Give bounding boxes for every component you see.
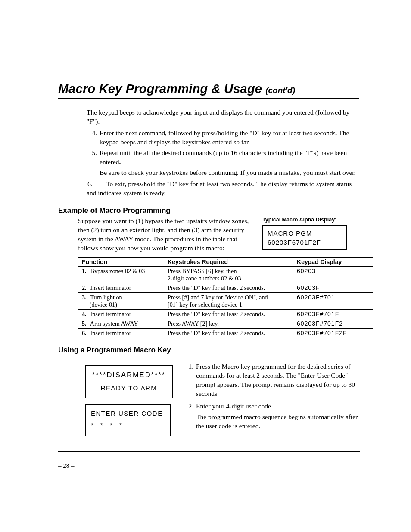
step-5-text: Repeat until the all the desired command…	[100, 149, 347, 165]
lcd-disarmed-line2: READY TO ARM	[92, 383, 166, 392]
use-step-2-text: Enter your 4-digit user code.	[196, 402, 273, 410]
use-step-1: Press the Macro key programmed for the d…	[195, 362, 359, 398]
intro-paragraph: The keypad beeps to acknowledge your inp…	[87, 108, 359, 126]
body-text: The keypad beeps to acknowledge your inp…	[87, 108, 359, 198]
table-row: 6. Insert terminator Press the "D" key f…	[78, 328, 373, 338]
lcd-disarmed: ****DISARMED**** READY TO ARM	[85, 365, 173, 398]
step-6: 6. To exit, press/hold the "D" key for a…	[87, 180, 359, 198]
table-row: 5. Arm system AWAY Press AWAY [2] key. 6…	[78, 319, 373, 328]
lcd-enter-line1: ENTER USER CODE	[91, 409, 165, 418]
footer-rule	[58, 451, 360, 452]
th-function: Function	[78, 257, 164, 266]
th-keystrokes: Keystrokes Required	[164, 257, 293, 266]
lcd-enter-code: ENTER USER CODE * * * *	[85, 404, 171, 436]
page: Macro Key Programming & Usage (cont'd) T…	[0, 0, 411, 532]
use-step-2: Enter your 4-digit user code. The progra…	[195, 402, 359, 431]
typical-display-label: Typical Macro Alpha Display:	[262, 217, 347, 223]
lcd-typical-line2: 60203F6701F2F	[268, 238, 342, 247]
step-5-dot: .	[119, 158, 121, 165]
step-6-number: 6.	[87, 180, 100, 189]
page-title: Macro Key Programming & Usage	[58, 82, 262, 96]
table-row: 4. Insert terminator Press the "D" key f…	[78, 309, 373, 319]
page-number: – 28 –	[58, 462, 75, 470]
title-block: Macro Key Programming & Usage (cont'd)	[58, 82, 359, 99]
step-5: Repeat until the all the desired command…	[99, 149, 359, 177]
step-4: Enter the next command, followed by pres…	[99, 129, 359, 147]
using-row: ****DISARMED**** READY TO ARM ENTER USER…	[78, 362, 359, 436]
table-row: 2. Insert terminator Press the "D" key f…	[78, 283, 373, 292]
page-title-cont: (cont'd)	[265, 86, 295, 95]
lcd-disarmed-line1: ****DISARMED****	[92, 370, 166, 380]
step-5-follow: Be sure to check your keystrokes before …	[100, 168, 359, 177]
table-row: 3. Turn light on (device 01) Press [#] a…	[78, 292, 373, 309]
macro-table: Function Keystrokes Required Keypad Disp…	[78, 257, 373, 338]
using-displays: ****DISARMED**** READY TO ARM ENTER USER…	[78, 362, 174, 436]
example-paragraph: Suppose you want to (1) bypass the two u…	[78, 217, 250, 253]
th-display: Keypad Display	[293, 257, 373, 266]
step-list: Enter the next command, followed by pres…	[87, 129, 359, 177]
step-6-text: To exit, press/hold the "D" key for at l…	[87, 180, 352, 196]
use-step-list: Press the Macro key programmed for the d…	[185, 362, 359, 430]
lcd-typical: MACRO PGM 60203F6701F2F	[262, 225, 347, 250]
using-heading: Using a Programmed Macro Key	[58, 346, 359, 355]
example-heading: Example of Macro Programming	[58, 206, 359, 215]
example-row: Suppose you want to (1) bypass the two u…	[78, 217, 359, 253]
example-display: Typical Macro Alpha Display: MACRO PGM 6…	[262, 217, 347, 253]
lcd-enter-line2: * * * *	[91, 420, 165, 429]
table-header-row: Function Keystrokes Required Keypad Disp…	[78, 257, 373, 266]
using-steps: Press the Macro key programmed for the d…	[185, 362, 359, 436]
lcd-typical-line1: MACRO PGM	[268, 229, 342, 238]
table-row: 1. Bypass zones 02 & 03 Press BYPASS [6]…	[78, 266, 373, 283]
use-step-2-follow: The programmed macro sequence begins aut…	[196, 413, 359, 431]
